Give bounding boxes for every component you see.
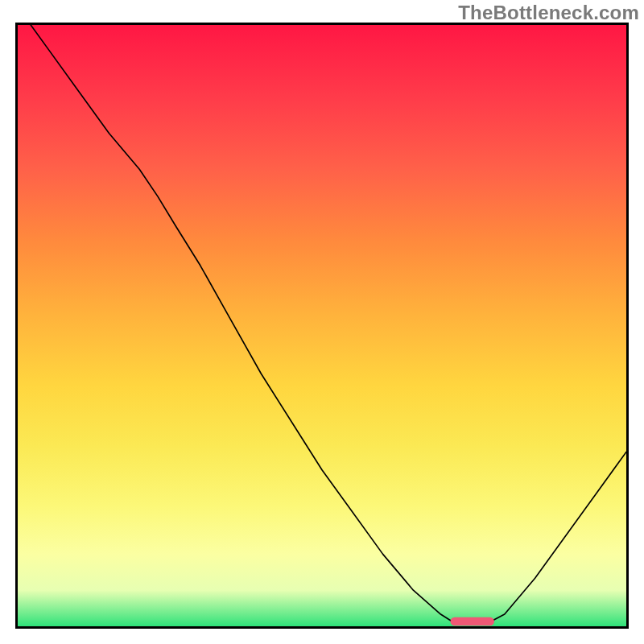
bottleneck-curve: [18, 25, 626, 624]
watermark-text: TheBottleneck.com: [458, 2, 639, 24]
plot-area: [15, 23, 629, 629]
chart-svg: [18, 25, 626, 626]
